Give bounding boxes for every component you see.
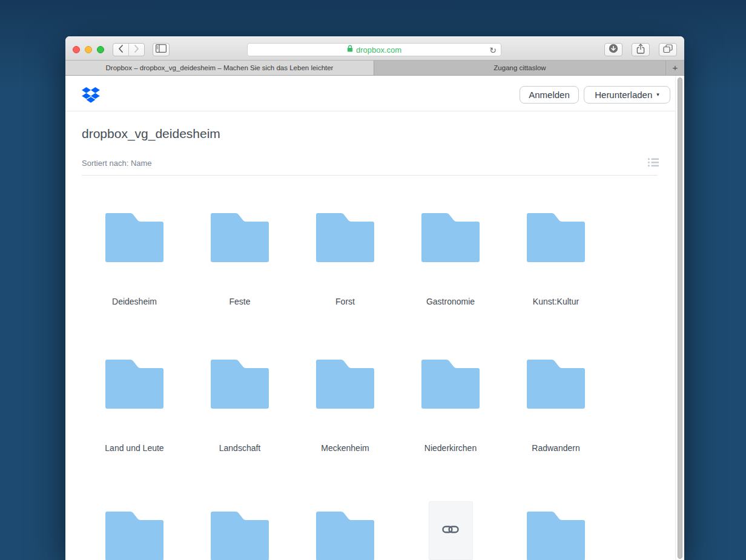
folder-item[interactable] [82, 512, 187, 560]
traffic-lights [73, 46, 104, 53]
folder-item[interactable]: Deidesheim [82, 213, 187, 306]
browser-toolbar: dropbox.com ↻ [65, 36, 684, 61]
reload-icon[interactable]: ↻ [489, 44, 497, 56]
tab-zugang-cittaslow[interactable]: Zugang cittaslow [374, 61, 666, 75]
grid-row [82, 512, 609, 560]
link-item[interactable] [398, 512, 503, 560]
folder-name: Meckenheim [321, 443, 369, 453]
page-title: dropbox_vg_deidesheim [82, 127, 220, 141]
folder-item[interactable] [292, 512, 398, 560]
folder-item[interactable]: Gastronomie [398, 213, 503, 306]
folder-icon [211, 213, 269, 262]
folder-icon [421, 360, 480, 409]
folder-icon [527, 360, 585, 409]
folder-name: Radwandern [532, 443, 579, 453]
folder-item[interactable]: Feste [187, 213, 292, 306]
folder-item[interactable]: Kunst:Kultur [503, 213, 609, 306]
folder-icon [211, 360, 269, 409]
minimize-window-button[interactable] [85, 46, 92, 53]
sidebar-icon [156, 44, 167, 55]
folder-item[interactable]: Radwandern [503, 360, 609, 453]
share-button[interactable] [632, 43, 650, 56]
sidebar-toggle-button[interactable] [153, 43, 170, 56]
folder-icon [316, 360, 374, 409]
folder-name: Feste [229, 297, 250, 306]
tab-overview-icon [663, 44, 673, 56]
chevron-right-icon [133, 44, 140, 56]
folder-name: Forst [335, 297, 355, 306]
forward-button[interactable] [129, 44, 144, 56]
folder-item[interactable] [503, 512, 609, 560]
dropbox-site-header: Anmelden Herunterladen ▾ [65, 76, 684, 111]
downloads-button[interactable] [604, 43, 622, 56]
caret-down-icon: ▾ [656, 92, 659, 97]
signin-button[interactable]: Anmelden [520, 86, 579, 104]
folder-icon [316, 213, 374, 262]
folder-icon [316, 512, 374, 560]
folder-icon [527, 512, 585, 560]
link-thumbnail [429, 501, 473, 560]
folder-item[interactable]: Forst [292, 213, 398, 306]
back-button[interactable] [113, 44, 129, 56]
folder-icon [105, 360, 163, 409]
folder-name: Land und Leute [105, 443, 163, 453]
close-window-button[interactable] [73, 46, 80, 53]
scrollbar-thumb[interactable] [678, 77, 682, 559]
folder-icon [421, 213, 480, 262]
folder-icon [527, 213, 585, 262]
dropbox-logo-icon[interactable] [82, 87, 100, 103]
share-icon [636, 44, 645, 56]
grid-row: DeidesheimFesteForstGastronomieKunst:Kul… [82, 213, 609, 306]
folder-name: Landschaft [219, 443, 261, 453]
tab-dropbox[interactable]: Dropbox – dropbox_vg_deidesheim – Machen… [65, 61, 374, 75]
address-bar[interactable]: dropbox.com ↻ [247, 43, 501, 56]
divider [82, 175, 658, 176]
page-content: Anmelden Herunterladen ▾ dropbox_vg_deid… [65, 76, 684, 560]
folder-icon [105, 512, 163, 560]
chain-link-icon [442, 524, 459, 537]
download-circle-icon [609, 44, 618, 56]
show-all-tabs-button[interactable] [659, 43, 677, 56]
new-tab-button[interactable]: + [666, 61, 684, 75]
folder-icon [211, 512, 269, 560]
list-view-icon[interactable] [648, 158, 659, 170]
grid-row: Land und LeuteLandschaftMeckenheimNieder… [82, 360, 609, 453]
url-domain: dropbox.com [356, 45, 401, 54]
folder-item[interactable]: Landschaft [187, 360, 292, 453]
folder-name: Niederkirchen [424, 443, 477, 453]
folder-item[interactable]: Niederkirchen [398, 360, 503, 453]
safari-window: dropbox.com ↻ [65, 36, 684, 560]
signin-button-label: Anmelden [529, 90, 570, 100]
tab-bar: Dropbox – dropbox_vg_deidesheim – Machen… [65, 61, 684, 76]
folder-item[interactable]: Meckenheim [292, 360, 398, 453]
folder-name: Kunst:Kultur [533, 297, 579, 306]
scrollbar-track[interactable] [675, 76, 684, 560]
sort-by-label[interactable]: Sortiert nach: Name [82, 159, 152, 168]
chevron-left-icon [117, 44, 124, 56]
folder-item[interactable] [187, 512, 292, 560]
folder-name: Deidesheim [112, 297, 157, 306]
zoom-window-button[interactable] [97, 46, 104, 53]
folder-icon [105, 213, 163, 262]
folder-item[interactable]: Land und Leute [82, 360, 187, 453]
history-nav-group [113, 43, 145, 56]
download-button-label: Herunterladen [595, 90, 652, 100]
lock-icon [347, 44, 353, 55]
download-folder-button[interactable]: Herunterladen ▾ [584, 86, 670, 104]
folder-name: Gastronomie [426, 297, 475, 306]
